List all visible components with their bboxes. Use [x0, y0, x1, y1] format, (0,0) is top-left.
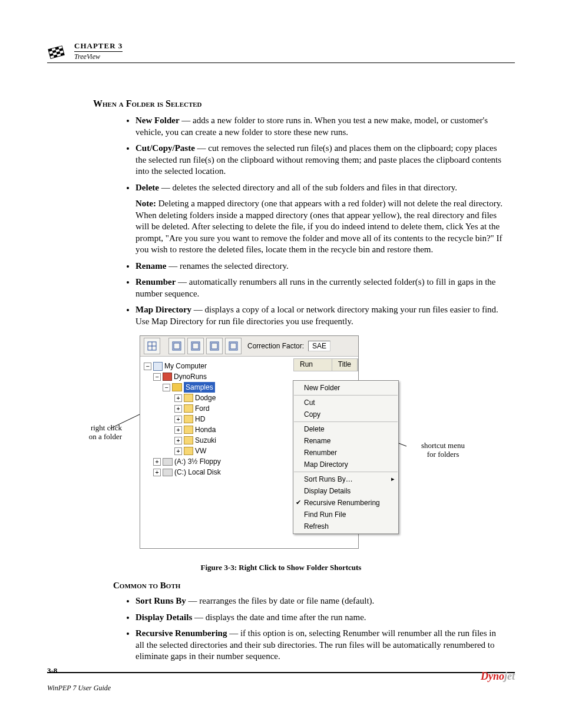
page-header: CHAPTER 3 TreeView [47, 41, 515, 63]
correction-factor-label: Correction Factor: [247, 342, 304, 350]
toolbar-button-5[interactable] [225, 338, 242, 354]
callout-right-click: right clickon a folder [57, 424, 122, 442]
folder-icon [184, 404, 193, 413]
tree-hd[interactable]: +HD [144, 414, 262, 424]
list-item: New Folder — adds a new folder to store … [135, 115, 503, 138]
page-number: 3-8 [47, 666, 57, 675]
tree-vw[interactable]: +VW [144, 446, 262, 456]
dynojet-logo: Dynojet [481, 670, 515, 683]
list-item: Cut/Copy/Paste — cut removes the selecte… [135, 143, 503, 177]
col-title[interactable]: Title [332, 359, 358, 371]
menu-display-details[interactable]: Display Details [293, 485, 398, 497]
term-sort-runs-by: Sort Runs By [135, 596, 186, 605]
list-item: Sort Runs By — rearranges the files by d… [135, 595, 503, 607]
folder-icon [184, 426, 193, 434]
tree-view: −My Computer −DynoRuns −Samples +Dodge +… [144, 361, 262, 477]
menu-sort-runs-by[interactable]: Sort Runs By… [293, 473, 398, 485]
tree-my-computer[interactable]: −My Computer [144, 361, 262, 371]
expand-icon[interactable]: + [174, 447, 182, 455]
folder-red-icon [163, 373, 172, 381]
term-cut-copy-paste: Cut/Copy/Paste [135, 143, 195, 153]
menu-delete[interactable]: Delete [293, 423, 398, 435]
expand-icon[interactable]: + [174, 426, 182, 434]
term-map-directory: Map Directory [135, 305, 191, 314]
figure-caption: Figure 3-3: Right Click to Show Folder S… [47, 563, 515, 572]
list-item: Renumber — automatically renumbers all r… [135, 276, 503, 299]
list-item: Rename — renames the selected directory. [135, 261, 503, 272]
expand-icon[interactable]: + [153, 469, 161, 476]
menu-separator [294, 421, 398, 422]
folder-icon [184, 394, 193, 402]
note-label: Note: [135, 199, 156, 208]
menu-refresh[interactable]: Refresh [293, 521, 398, 532]
disk-drive-icon [163, 469, 173, 476]
note-block: Note: Deleting a mapped directory (one t… [135, 198, 503, 256]
collapse-icon[interactable]: − [163, 384, 170, 391]
svg-rect-23 [230, 343, 236, 349]
tree-suzuki[interactable]: +Suzuki [144, 435, 262, 446]
tree-localdisk[interactable]: +(C:) Local Disk [144, 467, 262, 477]
term-delete: Delete [135, 183, 159, 192]
page: CHAPTER 3 TreeView When a Folder is Sele… [0, 0, 562, 728]
note-text: Deleting a mapped directory (one that ap… [135, 199, 503, 254]
correction-factor-value[interactable]: SAE [308, 341, 330, 351]
logo-gray: jet [504, 670, 515, 682]
figure-3-3: right clickon a folder shortcut menufor … [75, 335, 487, 559]
menu-copy[interactable]: Copy [293, 409, 398, 420]
menu-renumber[interactable]: Renumber [293, 447, 398, 459]
folder-icon [184, 436, 193, 444]
expand-icon[interactable]: + [174, 405, 182, 413]
expand-icon[interactable]: + [174, 394, 182, 402]
guide-title: WinPEP 7 User Guide [47, 684, 111, 692]
bullet-list-folder: New Folder — adds a new folder to store … [124, 115, 515, 327]
menu-cut[interactable]: Cut [293, 397, 398, 409]
computer-icon [153, 362, 163, 371]
list-item: Map Directory — displays a copy of a loc… [135, 304, 503, 327]
menu-recursive-renumbering[interactable]: Recursive Renumbering [293, 497, 398, 509]
expand-icon[interactable]: + [153, 458, 161, 466]
menu-map-directory[interactable]: Map Directory [293, 459, 398, 470]
svg-rect-21 [211, 343, 217, 349]
tree-honda[interactable]: +Honda [144, 424, 262, 435]
menu-find-run-file[interactable]: Find Run File [293, 509, 398, 521]
term-recursive-renumbering: Recursive Renumbering [135, 628, 227, 638]
menu-rename[interactable]: Rename [293, 435, 398, 447]
toolbar-button-1[interactable] [144, 338, 160, 354]
list-header: Run Title [293, 358, 358, 371]
section-title-folder-selected: When a Folder is Selected [93, 98, 515, 109]
col-run[interactable]: Run [294, 359, 332, 371]
list-item: Recursive Renumbering — if this option i… [135, 628, 503, 663]
term-renumber: Renumber [135, 277, 176, 286]
collapse-icon[interactable]: − [144, 363, 151, 370]
toolbar-button-3[interactable] [187, 338, 204, 354]
svg-rect-17 [174, 343, 180, 349]
toolbar: Correction Factor: SAE [140, 336, 358, 357]
term-display-details: Display Details [135, 612, 192, 622]
tree-floppy[interactable]: +(A:) 3½ Floppy [144, 456, 262, 467]
floppy-drive-icon [163, 458, 173, 466]
toolbar-button-2[interactable] [168, 338, 185, 354]
menu-new-folder[interactable]: New Folder [293, 382, 398, 394]
list-item: Delete — deletes the selected directory … [135, 182, 503, 256]
context-menu: New Folder Cut Copy Delete Rename Renumb… [293, 380, 399, 534]
menu-separator [294, 395, 398, 396]
term-new-folder: New Folder [135, 116, 180, 125]
toolbar-button-4[interactable] [206, 338, 223, 354]
tree-dynoruns[interactable]: −DynoRuns [144, 371, 262, 382]
expand-icon[interactable]: + [174, 437, 182, 444]
tree-samples[interactable]: −Samples [144, 382, 262, 393]
tree-dodge[interactable]: +Dodge [144, 393, 262, 403]
chapter-label: CHAPTER 3 [74, 41, 123, 51]
tree-ford[interactable]: +Ford [144, 403, 262, 414]
list-item: Display Details — displays the date and … [135, 612, 503, 624]
expand-icon[interactable]: + [174, 416, 182, 423]
section-path: TreeView [74, 51, 123, 61]
folder-icon [184, 447, 193, 455]
collapse-icon[interactable]: − [153, 373, 161, 381]
logo-red: Dyno [481, 670, 504, 682]
folder-open-icon [172, 383, 182, 391]
checkered-flag-icon [47, 45, 68, 61]
page-footer: 3-8 WinPEP 7 User Guide Dynojet [47, 672, 515, 693]
menu-separator [294, 472, 398, 472]
callout-shortcut-menu: shortcut menufor folders [405, 442, 481, 459]
